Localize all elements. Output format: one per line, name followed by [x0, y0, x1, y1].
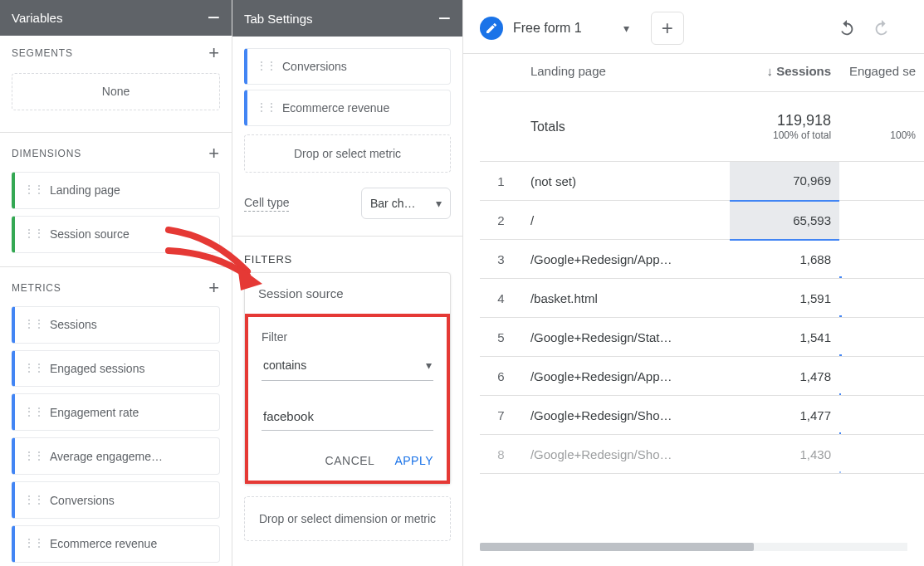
segments-none-drop[interactable]: None: [12, 73, 220, 110]
filters-label: FILTERS: [244, 253, 451, 266]
drag-handle-icon[interactable]: ⋮⋮: [23, 361, 43, 374]
metrics-section-head: METRICS +: [0, 274, 232, 303]
chip-label: Sessions: [50, 318, 97, 331]
drag-handle-icon[interactable]: ⋮⋮: [23, 227, 43, 240]
segments-label: SEGMENTS: [12, 47, 73, 59]
horizontal-scrollbar[interactable]: [463, 541, 924, 553]
redo-icon[interactable]: [873, 19, 891, 37]
tab-name[interactable]: Free form 1: [513, 21, 582, 36]
tab-settings-header: Tab Settings −: [232, 0, 462, 37]
col-landing-page[interactable]: Landing page: [522, 54, 730, 92]
chip-label: Engaged sessions: [50, 362, 144, 375]
cancel-button[interactable]: CANCEL: [325, 454, 375, 467]
table-row[interactable]: 7 /Google+Redesign/Sho… 1,477: [480, 396, 924, 435]
variables-title: Variables: [12, 11, 62, 25]
cell-sessions: 1,688: [730, 240, 839, 279]
filter-dimension[interactable]: Session source: [245, 273, 450, 314]
drop-metric-area[interactable]: Drop or select metric: [244, 134, 451, 173]
metric-chip[interactable]: ⋮⋮Engagement rate: [12, 393, 220, 431]
filter-condition-select[interactable]: contains ▾: [262, 354, 433, 381]
col-rownum: [480, 54, 522, 92]
metric-chip[interactable]: ⋮⋮Conversions: [12, 481, 220, 519]
cell-page: /basket.html: [522, 279, 730, 318]
drag-handle-icon[interactable]: ⋮⋮: [23, 183, 43, 196]
drag-handle-icon[interactable]: ⋮⋮: [23, 317, 43, 330]
dropdown-arrow-icon: ▾: [426, 359, 432, 372]
chip-label: Engagement rate: [50, 406, 139, 419]
cell-engaged: [839, 318, 924, 357]
segments-section-head: SEGMENTS +: [0, 39, 232, 68]
filter-condition-value: contains: [263, 359, 306, 372]
report-area: Free form 1 ▾ + Landing page ↓ Sessions: [463, 0, 924, 566]
cell-type-value: Bar ch…: [370, 197, 415, 210]
filter-value-input[interactable]: [262, 403, 433, 431]
values-chip[interactable]: ⋮⋮Conversions: [244, 48, 451, 85]
table-row[interactable]: 8 /Google+Redesign/Sho… 1,430: [480, 435, 924, 474]
cell-page: /Google+Redesign/Sho…: [522, 435, 730, 474]
cell-sessions: 1,430: [730, 435, 839, 474]
add-dimension-icon[interactable]: +: [208, 143, 220, 164]
undo-icon[interactable]: [838, 19, 856, 37]
variables-header: Variables −: [0, 0, 232, 36]
drag-handle-icon[interactable]: ⋮⋮: [256, 100, 276, 114]
table-row[interactable]: 5 /Google+Redesign/Stat… 1,541: [480, 318, 924, 357]
metric-chip[interactable]: ⋮⋮Sessions: [12, 306, 220, 344]
apply-button[interactable]: APPLY: [394, 454, 433, 467]
table-row[interactable]: 1 (not set) 70,969: [480, 162, 924, 201]
totals-sessions: 119,918: [738, 112, 831, 129]
cell-sessions: 1,591: [730, 279, 839, 318]
dimension-chip-session-source[interactable]: ⋮⋮ Session source: [12, 216, 220, 253]
drag-handle-icon[interactable]: ⋮⋮: [23, 449, 43, 462]
totals-engaged-pct: 100%: [848, 129, 916, 141]
variables-panel: Variables − SEGMENTS + None DIMENSIONS +…: [0, 0, 232, 566]
totals-row: Totals 119,918100% of total 100%: [480, 92, 924, 162]
filter-word: Filter: [262, 330, 433, 344]
cell-page: /: [522, 201, 730, 240]
collapse-variables-icon[interactable]: −: [208, 7, 220, 28]
table-row[interactable]: 2 / 65,593: [480, 201, 924, 240]
chip-label: Session source: [50, 227, 130, 241]
cell-engaged: [839, 279, 924, 318]
edit-tab-icon[interactable]: [480, 17, 503, 40]
drag-handle-icon[interactable]: ⋮⋮: [23, 493, 43, 506]
table-row[interactable]: 6 /Google+Redesign/App… 1,478: [480, 357, 924, 396]
cell-page: (not set): [522, 162, 730, 201]
values-chip[interactable]: ⋮⋮Ecommerce revenue: [244, 90, 451, 126]
data-table: Landing page ↓ Sessions Engaged se Total…: [463, 54, 924, 474]
chip-label: Average engageme…: [50, 450, 163, 463]
sort-arrow-icon: ↓: [767, 64, 774, 78]
collapse-tab-settings-icon[interactable]: −: [438, 7, 451, 29]
table-row[interactable]: 3 /Google+Redesign/App… 1,688: [480, 240, 924, 279]
col-sessions[interactable]: ↓ Sessions: [730, 54, 839, 92]
metric-chip[interactable]: ⋮⋮Ecommerce revenue: [12, 525, 220, 563]
dimensions-section-head: DIMENSIONS +: [0, 139, 232, 168]
dropdown-arrow-icon: ▾: [436, 197, 442, 210]
add-tab-button[interactable]: +: [651, 12, 684, 45]
cell-page: /Google+Redesign/Sho…: [522, 396, 730, 435]
drag-handle-icon[interactable]: ⋮⋮: [256, 59, 276, 72]
cell-sessions: 1,477: [730, 396, 839, 435]
scrollbar-thumb[interactable]: [480, 543, 754, 551]
add-metric-icon[interactable]: +: [208, 277, 220, 299]
tab-settings-title: Tab Settings: [244, 12, 313, 26]
col-engaged[interactable]: Engaged se: [839, 54, 924, 92]
metric-chip[interactable]: ⋮⋮Engaged sessions: [12, 350, 220, 388]
drag-handle-icon[interactable]: ⋮⋮: [23, 536, 43, 549]
cell-engaged: [839, 240, 924, 279]
filter-editor: Filter contains ▾ CANCEL APPLY: [245, 314, 450, 484]
cell-engaged: [839, 396, 924, 435]
dimension-chip-landing-page[interactable]: ⋮⋮ Landing page: [12, 172, 220, 209]
chip-label: Ecommerce revenue: [282, 101, 389, 115]
chip-label: Landing page: [50, 183, 120, 197]
totals-pct: 100% of total: [738, 129, 831, 141]
chip-label: Ecommerce revenue: [50, 537, 157, 550]
cell-type-label: Cell type: [244, 196, 289, 212]
add-segment-icon[interactable]: +: [208, 42, 220, 64]
tab-bar: Free form 1 ▾ +: [463, 0, 924, 54]
table-row[interactable]: 4 /basket.html 1,591: [480, 279, 924, 318]
cell-type-select[interactable]: Bar ch… ▾: [361, 188, 451, 219]
tab-dropdown-icon[interactable]: ▾: [623, 22, 629, 35]
drag-handle-icon[interactable]: ⋮⋮: [23, 405, 43, 418]
drop-dimension-metric-area[interactable]: Drop or select dimension or metric: [244, 496, 451, 541]
metric-chip[interactable]: ⋮⋮Average engageme…: [12, 437, 220, 475]
